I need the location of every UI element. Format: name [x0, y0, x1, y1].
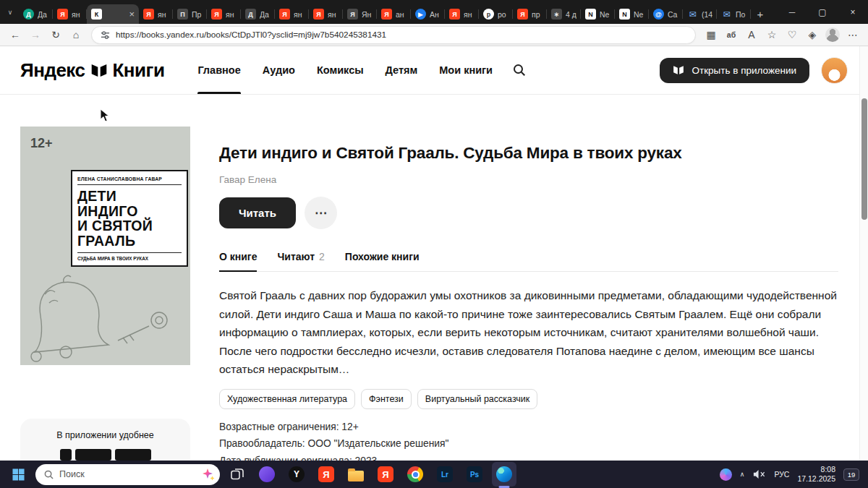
app-edge[interactable] [492, 462, 516, 487]
start-button[interactable] [6, 462, 30, 487]
forward-icon[interactable]: → [26, 26, 45, 43]
maximize-button[interactable]: ▢ [807, 0, 838, 24]
browser-tab-active[interactable]: К× [87, 4, 139, 24]
app-yandex-browser[interactable]: Y [284, 462, 309, 487]
close-button[interactable]: × [838, 0, 868, 24]
address-bar[interactable]: https://books.yandex.ru/books/CtDpJTl0?y… [91, 26, 696, 44]
browser-tab[interactable]: ∗4 д [547, 4, 581, 24]
home-icon[interactable]: ⌂ [67, 26, 85, 43]
task-view-button[interactable] [225, 462, 250, 487]
site-logo[interactable]: Яндекс Книги [20, 46, 164, 94]
more-options-button[interactable]: ⋯ [305, 197, 337, 229]
new-tab-button[interactable]: + [751, 4, 770, 24]
app-file-explorer[interactable] [344, 462, 368, 487]
page-scrollbar[interactable] [859, 46, 868, 461]
tab-favicon: Я [313, 9, 324, 20]
browser-tab[interactable]: Япр [513, 4, 547, 24]
store-badge[interactable] [115, 449, 151, 461]
workspaces-icon[interactable]: ▦ [702, 26, 720, 43]
mail-icon: ✉ [687, 9, 698, 20]
notification-count-badge[interactable]: 19 [843, 468, 859, 481]
chip-fiction[interactable]: Художественная литература [219, 389, 355, 409]
browser-tab[interactable]: ▶Ан [411, 4, 445, 24]
copilot-icon[interactable] [720, 468, 732, 481]
store-badge[interactable] [75, 449, 111, 461]
app-photoshop[interactable]: Ps [462, 462, 487, 487]
book-cover[interactable]: 12+ ЕЛЕНА СТАНИСЛАВОВНА ГАВАР ДЕТИ ИНДИГ… [20, 127, 190, 365]
browser-tab-bar: ∨ ДДа Яян К× Яян ППр Яян ДДа Яян Яян ЯЯн… [0, 0, 868, 24]
nav-item-glavnoe[interactable]: Главное [197, 46, 240, 94]
immersive-reader-icon[interactable]: A [742, 26, 761, 43]
nav-item-comics[interactable]: Комиксы [317, 46, 364, 94]
back-icon[interactable]: ← [6, 26, 25, 43]
browser-tab[interactable]: Яян [275, 4, 309, 24]
chip-virtual-narrator[interactable]: Виртуальный рассказчик [417, 389, 537, 409]
refresh-icon[interactable]: ↻ [46, 26, 65, 43]
browser-tab[interactable]: Яян [139, 4, 173, 24]
tab-favicon: Я [279, 9, 290, 20]
taskbar-search-box[interactable]: Поиск [35, 464, 220, 485]
app-lightroom[interactable]: Lr [433, 462, 457, 487]
scrollbar-thumb[interactable] [861, 98, 867, 220]
browser-tab[interactable]: NNe [615, 4, 649, 24]
tray-overflow-icon[interactable]: ∧ [740, 471, 745, 478]
url-text[interactable]: https://books.yandex.ru/books/CtDpJTl0?y… [116, 30, 686, 40]
tab-favicon: Д [23, 9, 34, 20]
app-purple[interactable] [255, 462, 279, 487]
browser-tab[interactable]: Яян [309, 4, 343, 24]
window-controls: ─ ▢ × [777, 0, 868, 24]
app-yandex-2[interactable]: Я [373, 462, 398, 487]
app-chrome[interactable] [403, 462, 427, 487]
browser-tab[interactable]: Яян [53, 4, 87, 24]
books-logo-icon [90, 63, 108, 78]
site-permissions-icon[interactable] [101, 30, 110, 40]
date-text: 17.12.2025 [797, 474, 835, 484]
browser-tab[interactable]: ✉По [717, 4, 751, 24]
browser-tab[interactable]: ДДа [19, 4, 53, 24]
browser-essentials-icon[interactable]: ◈ [803, 26, 822, 43]
volume-muted-icon[interactable] [752, 469, 766, 479]
read-button[interactable]: Читать [219, 197, 296, 228]
tab-favicon: Я [347, 9, 358, 20]
nav-item-my-books[interactable]: Мои книги [439, 46, 493, 94]
browser-tab[interactable]: ППр [173, 4, 207, 24]
app-yandex[interactable]: Я [314, 462, 339, 487]
clock[interactable]: 8:08 17.12.2025 [797, 465, 835, 484]
keyboard-language[interactable]: РУС [774, 470, 789, 479]
tab-search-button[interactable]: ∨ [1, 0, 19, 24]
profile-avatar[interactable] [821, 57, 848, 84]
open-in-app-button[interactable]: Открыть в приложении [660, 58, 809, 83]
browser-tab[interactable]: Яян [445, 4, 479, 24]
chip-fantasy[interactable]: Фэнтези [361, 389, 412, 409]
book-title: Дети индиго и Святой Грааль. Судьба Мира… [219, 144, 838, 163]
minimize-button[interactable]: ─ [777, 0, 807, 24]
browser-tab[interactable]: ДДа [241, 4, 275, 24]
collections-icon[interactable]: ♡ [783, 26, 801, 43]
favorite-star-icon[interactable]: ☆ [762, 26, 781, 43]
read-aloud-icon[interactable]: аб [722, 26, 741, 43]
tab-about-book[interactable]: О книге [219, 251, 257, 271]
copilot-sparkle-icon[interactable] [201, 467, 216, 481]
browser-tab[interactable]: рро [479, 4, 513, 24]
tab-close-icon[interactable]: × [129, 9, 135, 20]
book-actions: Читать ⋯ [219, 197, 838, 229]
browser-tab[interactable]: ✉(14 [683, 4, 717, 24]
store-badges[interactable] [20, 449, 190, 461]
browser-tab[interactable]: ЯЯн [343, 4, 377, 24]
time-text: 8:08 [797, 465, 835, 474]
book-description: Святой Грааль с давних пор будоражил умы… [219, 286, 838, 379]
tab-favicon: Я [517, 9, 528, 20]
tab-similar-books[interactable]: Похожие книги [345, 251, 420, 271]
browser-tab[interactable]: Яян [207, 4, 241, 24]
book-author[interactable]: Гавар Елена [219, 174, 838, 185]
browser-tab[interactable]: NNe [581, 4, 615, 24]
tab-readers[interactable]: Читают2 [277, 251, 324, 271]
nav-item-audio[interactable]: Аудио [263, 46, 295, 94]
browser-tab[interactable]: @Ca [649, 4, 683, 24]
nav-item-detyam[interactable]: Детям [386, 46, 418, 94]
profile-avatar[interactable] [823, 26, 842, 43]
settings-menu-icon[interactable]: ⋯ [843, 26, 862, 43]
site-header: Яндекс Книги Главное Аудио Комиксы Детям… [0, 46, 868, 95]
browser-tab[interactable]: Яан [377, 4, 411, 24]
search-icon[interactable] [513, 46, 526, 94]
